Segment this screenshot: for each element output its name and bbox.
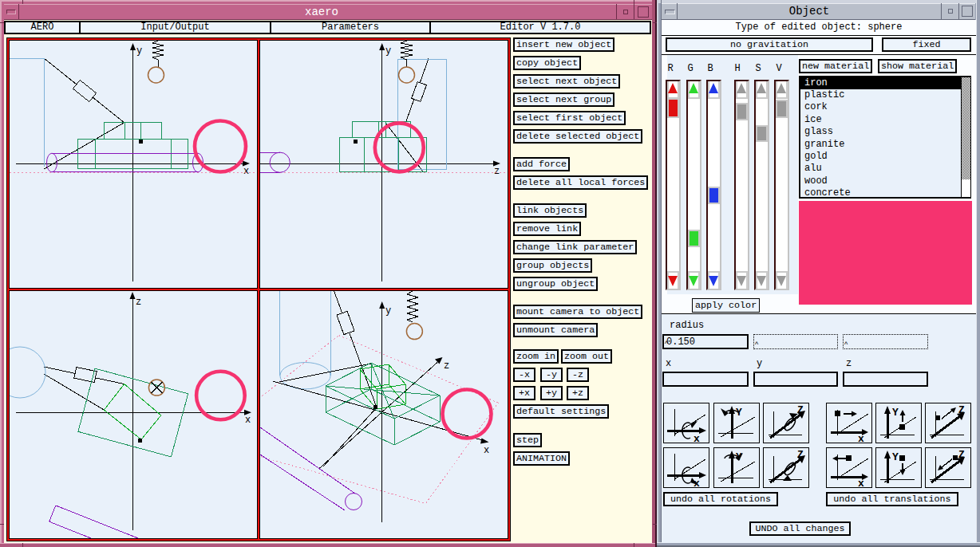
svg-text:x: x [243, 166, 249, 177]
svg-text:Y: Y [736, 451, 742, 463]
svg-text:x: x [245, 415, 251, 426]
svg-text:z: z [136, 297, 141, 308]
svg-text:x: x [484, 445, 489, 456]
svg-text:x: x [694, 433, 700, 443]
svg-text:x: x [694, 478, 700, 487]
svg-text:x: x [858, 433, 864, 443]
svg-text:Z: Z [797, 404, 804, 416]
svg-text:y: y [385, 45, 391, 57]
svg-text:y: y [136, 45, 142, 57]
svg-text:z: z [444, 360, 449, 372]
svg-text:Y: Y [892, 451, 899, 463]
svg-text:x: x [858, 478, 864, 487]
svg-text:Z: Z [958, 449, 965, 461]
svg-text:Z: Z [958, 404, 965, 416]
svg-text:y: y [385, 305, 391, 317]
svg-text:Y: Y [892, 407, 899, 419]
svg-text:Y: Y [736, 407, 742, 419]
svg-text:Z: Z [797, 449, 804, 461]
svg-text:z: z [494, 166, 500, 177]
